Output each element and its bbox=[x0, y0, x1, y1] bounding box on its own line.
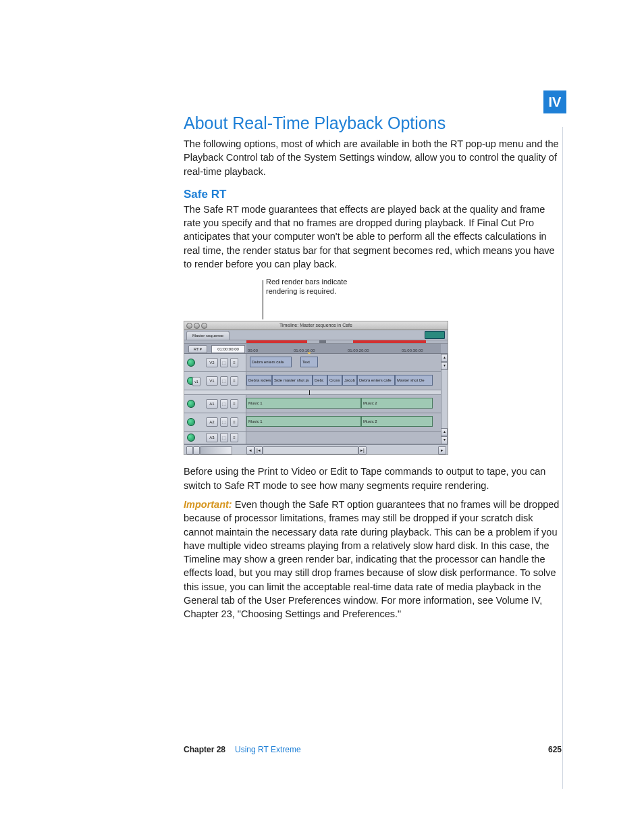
window-titlebar: Timeline: Master sequence in Cafe bbox=[184, 321, 448, 330]
intro-paragraph: The following options, most of which are… bbox=[184, 137, 562, 178]
audio-clip[interactable]: Music 1 bbox=[246, 398, 361, 409]
auto-select-toggle[interactable]: ≡ bbox=[230, 376, 238, 386]
sequence-tab[interactable]: Master sequence bbox=[186, 331, 230, 340]
page-footer: Chapter 28 Using RT Extreme 625 bbox=[184, 745, 562, 754]
scroll-up-button[interactable]: ▴ bbox=[441, 428, 448, 436]
track-v1: v1 V1 ⬚ ≡ Debra sidew. Side master shot … bbox=[184, 372, 448, 390]
window-traffic-lights[interactable] bbox=[186, 323, 207, 329]
lock-icon[interactable]: ⬚ bbox=[220, 417, 228, 427]
track-label[interactable]: A1 bbox=[206, 399, 218, 409]
auto-select-toggle[interactable]: ≡ bbox=[230, 417, 238, 427]
track-audible-toggle[interactable] bbox=[187, 400, 195, 408]
video-clip[interactable]: Text bbox=[300, 357, 318, 367]
scroll-down-button[interactable]: ▾ bbox=[441, 362, 448, 370]
important-note: Important: Even though the Safe RT optio… bbox=[184, 498, 562, 621]
safe-rt-paragraph: The Safe RT mode guarantees that effects… bbox=[184, 203, 562, 271]
page-margin-rule bbox=[562, 127, 563, 789]
track-label[interactable]: A3 bbox=[206, 433, 218, 442]
audio-clip[interactable]: Music 1 bbox=[246, 416, 361, 427]
track-a3: A3 ⬚ ≡ bbox=[184, 432, 448, 444]
track-height-control[interactable] bbox=[200, 446, 232, 454]
scroll-right-end-button[interactable]: ▸| bbox=[358, 446, 367, 454]
lock-icon[interactable]: ⬚ bbox=[220, 399, 228, 409]
clip-keyframes-toggle[interactable] bbox=[193, 446, 200, 454]
lock-icon[interactable]: ⬚ bbox=[220, 376, 228, 386]
zoom-scrollbar[interactable] bbox=[263, 446, 358, 454]
track-label[interactable]: V1 bbox=[206, 376, 218, 386]
track-a2: A2 ⬚ ≡ Music 1 Music 2 bbox=[184, 413, 448, 432]
page-heading: About Real-Time Playback Options bbox=[184, 113, 562, 133]
auto-select-toggle[interactable]: ≡ bbox=[230, 399, 238, 409]
scroll-up-button[interactable]: ▴ bbox=[441, 354, 448, 362]
timeline-ruler[interactable]: 00:00 01:00:10:00 01:00:20:00 01:00:30:0… bbox=[246, 344, 441, 353]
current-timecode-field[interactable]: 01:00:00:00 bbox=[211, 345, 245, 353]
scroll-left-button[interactable]: ◂ bbox=[246, 446, 254, 454]
after-figure-paragraph: Before using the Print to Video or Edit … bbox=[184, 465, 562, 492]
track-a1: A1 ⬚ ≡ Music 1 Music 2 bbox=[184, 395, 448, 413]
page-number: 625 bbox=[548, 745, 562, 754]
auto-select-toggle[interactable]: ≡ bbox=[230, 358, 238, 367]
section-heading: Safe RT bbox=[184, 188, 562, 201]
audio-clip[interactable]: Music 2 bbox=[361, 398, 433, 409]
part-tab: IV bbox=[543, 90, 566, 113]
video-clip[interactable]: Debra sidew. bbox=[246, 375, 272, 386]
track-label[interactable]: A2 bbox=[206, 417, 218, 427]
scroll-down-button[interactable]: ▾ bbox=[441, 436, 448, 444]
video-clip[interactable]: Master shot De bbox=[395, 375, 433, 386]
destination-control[interactable]: v1 bbox=[192, 377, 200, 386]
track-v2: V2 ⬚ ≡ Debra enters cafe Text bbox=[184, 354, 448, 372]
scroll-right-button[interactable]: ▸ bbox=[438, 446, 446, 454]
track-visibility-toggle[interactable] bbox=[187, 359, 195, 367]
lock-icon[interactable]: ⬚ bbox=[220, 433, 228, 442]
lock-icon[interactable]: ⬚ bbox=[220, 358, 228, 367]
video-clip[interactable]: Cross bbox=[327, 375, 342, 386]
video-clip[interactable]: Jacob bbox=[342, 375, 357, 386]
timeline-bottom-bar: ◂ |◂ ▸| ▸ bbox=[184, 444, 448, 454]
video-clip[interactable]: Debra enters cafe bbox=[357, 375, 395, 386]
important-label: Important: bbox=[184, 499, 232, 510]
track-audible-toggle[interactable] bbox=[187, 434, 195, 442]
timeline-screenshot: Timeline: Master sequence in Cafe Master… bbox=[184, 321, 448, 455]
figure-callout: Red render bars indicate rendering is re… bbox=[266, 278, 347, 296]
timeline-toolbar-badge[interactable] bbox=[425, 331, 445, 339]
track-label[interactable]: V2 bbox=[206, 358, 218, 367]
auto-select-toggle[interactable]: ≡ bbox=[230, 433, 238, 442]
video-clip[interactable]: Debr. bbox=[313, 375, 327, 386]
track-audible-toggle[interactable] bbox=[187, 418, 195, 426]
video-clip[interactable]: Side master shot ja bbox=[272, 375, 313, 386]
audio-clip[interactable]: Music 2 bbox=[361, 416, 433, 427]
audio-controls-toggle[interactable] bbox=[186, 446, 193, 454]
chapter-title: Using RT Extreme bbox=[235, 745, 301, 754]
rt-popup-menu[interactable]: RT ▾ bbox=[188, 345, 207, 353]
chapter-number: Chapter 28 bbox=[184, 745, 225, 754]
callout-leader-line bbox=[263, 280, 263, 319]
scroll-left-end-button[interactable]: |◂ bbox=[254, 446, 263, 454]
video-clip[interactable]: Debra enters cafe bbox=[250, 357, 292, 367]
